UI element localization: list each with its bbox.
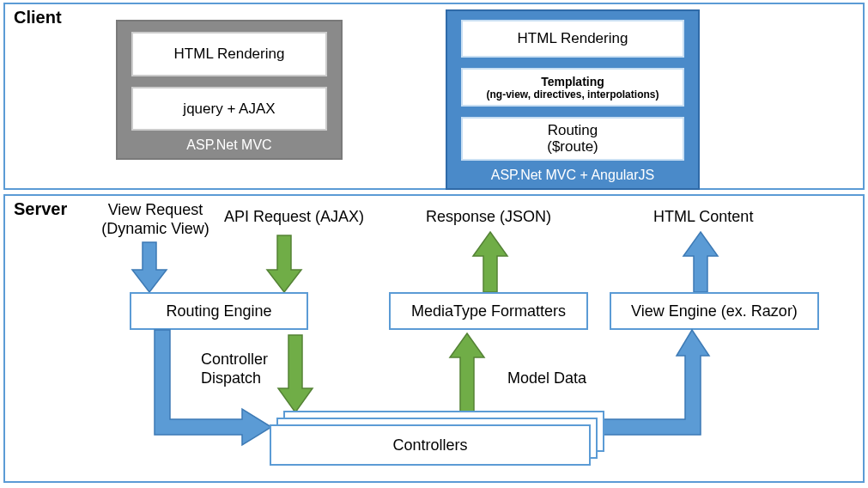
- svg-marker-0: [132, 242, 167, 292]
- arrow-down-icon: [132, 242, 167, 292]
- controllers-box: Controllers: [270, 424, 591, 466]
- stack-item-label: HTML Rendering: [174, 46, 285, 62]
- response-label: Response (JSON): [426, 208, 551, 227]
- stack-caption: ASP.Net MVC: [118, 131, 341, 158]
- l-arrow-icon: [155, 330, 275, 450]
- stack-item-label: jquery + AJAX: [183, 101, 275, 117]
- client-title: Client: [14, 8, 62, 27]
- routing-engine-box: Routing Engine: [130, 292, 308, 330]
- svg-marker-4: [278, 335, 313, 412]
- api-request-label: API Request (AJAX): [224, 208, 364, 227]
- stack-item-sub: ($route): [468, 138, 677, 156]
- server-panel: Server View Request (Dynamic View) API R…: [3, 194, 865, 483]
- svg-marker-3: [683, 232, 718, 292]
- aspnet-angular-stack: HTML Rendering Templating (ng-view, dire…: [446, 9, 700, 190]
- stack-item-label: Routing: [548, 122, 598, 138]
- arrow-up-icon: [450, 333, 484, 412]
- stack-item-sub: (ng-view, directives, interpolations): [468, 89, 677, 101]
- view-request-label: View Request (Dynamic View): [87, 201, 224, 238]
- view-engine-box: View Engine (ex. Razor): [610, 292, 819, 330]
- stack-item: HTML Rendering: [461, 20, 684, 58]
- arrow-down-icon: [278, 335, 313, 412]
- svg-marker-1: [267, 235, 301, 292]
- stack-item-label: Templating: [541, 75, 604, 88]
- svg-marker-2: [473, 232, 507, 292]
- arrow-down-icon: [267, 235, 301, 292]
- svg-marker-5: [155, 330, 271, 445]
- arrow-up-icon: [683, 232, 718, 292]
- model-data-label: Model Data: [507, 369, 586, 388]
- html-content-label: HTML Content: [653, 208, 753, 227]
- stack-item: jquery + AJAX: [131, 87, 327, 131]
- stack-item-label: HTML Rendering: [518, 30, 628, 46]
- l-arrow-up-icon: [596, 330, 716, 450]
- stack-item: Templating (ng-view, directives, interpo…: [461, 68, 684, 107]
- svg-marker-6: [450, 333, 484, 412]
- stack-item: Routing ($route): [461, 117, 684, 161]
- client-panel: Client HTML Rendering jquery + AJAX ASP.…: [3, 3, 865, 190]
- server-title: Server: [14, 199, 67, 219]
- arrow-up-icon: [473, 232, 507, 292]
- stack-item: HTML Rendering: [131, 32, 327, 76]
- svg-marker-7: [596, 330, 709, 435]
- mediatype-box: MediaType Formatters: [389, 292, 588, 330]
- stack-caption: ASP.Net MVC + AngularJS: [447, 161, 698, 188]
- aspnet-mvc-stack: HTML Rendering jquery + AJAX ASP.Net MVC: [116, 20, 343, 160]
